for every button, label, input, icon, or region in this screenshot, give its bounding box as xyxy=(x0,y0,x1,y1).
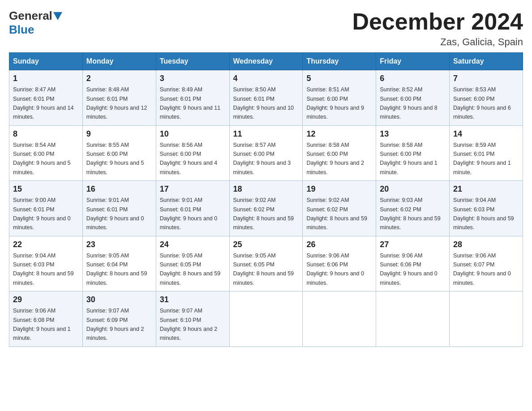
calendar-week-row: 22 Sunrise: 9:04 AMSunset: 6:03 PMDaylig… xyxy=(9,236,523,291)
calendar-cell: 8 Sunrise: 8:54 AMSunset: 6:00 PMDayligh… xyxy=(9,125,83,181)
day-info: Sunrise: 8:57 AMSunset: 6:00 PMDaylight:… xyxy=(233,142,291,176)
calendar-cell: 13 Sunrise: 8:58 AMSunset: 6:00 PMDaylig… xyxy=(376,125,450,181)
calendar-cell: 27 Sunrise: 9:06 AMSunset: 6:06 PMDaylig… xyxy=(376,236,450,291)
day-number: 5 xyxy=(306,74,372,83)
day-number: 16 xyxy=(86,184,152,194)
day-info: Sunrise: 8:55 AMSunset: 6:00 PMDaylight:… xyxy=(86,142,144,176)
day-number: 11 xyxy=(233,129,299,139)
month-title: December 2024 xyxy=(352,9,523,34)
day-info: Sunrise: 9:04 AMSunset: 6:03 PMDaylight:… xyxy=(453,197,514,231)
logo-general-text: General xyxy=(9,9,52,23)
day-number: 12 xyxy=(306,129,372,139)
location: Zas, Galicia, Spain xyxy=(352,36,523,48)
day-info: Sunrise: 8:49 AMSunset: 6:01 PMDaylight:… xyxy=(160,86,221,120)
day-number: 27 xyxy=(380,240,446,249)
day-info: Sunrise: 9:01 AMSunset: 6:01 PMDaylight:… xyxy=(160,197,218,231)
day-number: 22 xyxy=(13,240,79,249)
day-info: Sunrise: 8:59 AMSunset: 6:01 PMDaylight:… xyxy=(453,142,511,176)
day-number: 2 xyxy=(86,74,152,83)
day-info: Sunrise: 9:05 AMSunset: 6:05 PMDaylight:… xyxy=(160,253,221,286)
calendar-week-row: 15 Sunrise: 9:00 AMSunset: 6:01 PMDaylig… xyxy=(9,181,523,236)
calendar-cell: 30 Sunrise: 9:07 AMSunset: 6:09 PMDaylig… xyxy=(82,291,156,347)
day-number: 20 xyxy=(380,184,446,194)
day-info: Sunrise: 9:05 AMSunset: 6:05 PMDaylight:… xyxy=(233,253,294,286)
day-number: 17 xyxy=(160,184,226,194)
day-info: Sunrise: 9:06 AMSunset: 6:06 PMDaylight:… xyxy=(380,253,438,286)
calendar-cell: 9 Sunrise: 8:55 AMSunset: 6:00 PMDayligh… xyxy=(82,125,156,181)
calendar-cell: 10 Sunrise: 8:56 AMSunset: 6:00 PMDaylig… xyxy=(156,125,229,181)
day-info: Sunrise: 9:05 AMSunset: 6:04 PMDaylight:… xyxy=(86,253,147,286)
title-section: December 2024 Zas, Galicia, Spain xyxy=(352,9,523,48)
calendar-week-row: 29 Sunrise: 9:06 AMSunset: 6:08 PMDaylig… xyxy=(9,291,523,347)
header-tuesday: Tuesday xyxy=(156,53,229,70)
calendar-cell: 3 Sunrise: 8:49 AMSunset: 6:01 PMDayligh… xyxy=(156,70,229,126)
day-number: 25 xyxy=(233,240,299,249)
calendar-cell: 14 Sunrise: 8:59 AMSunset: 6:01 PMDaylig… xyxy=(450,125,523,181)
day-number: 30 xyxy=(86,295,152,304)
day-info: Sunrise: 9:02 AMSunset: 6:02 PMDaylight:… xyxy=(306,197,367,231)
calendar-cell xyxy=(303,291,376,347)
calendar-week-row: 1 Sunrise: 8:47 AMSunset: 6:01 PMDayligh… xyxy=(9,70,523,126)
day-number: 1 xyxy=(13,74,79,83)
day-info: Sunrise: 8:58 AMSunset: 6:00 PMDaylight:… xyxy=(306,142,364,176)
calendar-cell: 26 Sunrise: 9:06 AMSunset: 6:06 PMDaylig… xyxy=(303,236,376,291)
calendar-cell xyxy=(376,291,450,347)
calendar-cell: 25 Sunrise: 9:05 AMSunset: 6:05 PMDaylig… xyxy=(229,236,303,291)
calendar-cell: 19 Sunrise: 9:02 AMSunset: 6:02 PMDaylig… xyxy=(303,181,376,236)
calendar-table: Sunday Monday Tuesday Wednesday Thursday… xyxy=(9,52,523,347)
day-info: Sunrise: 8:58 AMSunset: 6:00 PMDaylight:… xyxy=(380,142,438,176)
page-header: General Blue December 2024 Zas, Galicia,… xyxy=(9,9,523,48)
day-info: Sunrise: 8:52 AMSunset: 6:00 PMDaylight:… xyxy=(380,86,438,120)
header-wednesday: Wednesday xyxy=(229,53,303,70)
header-friday: Friday xyxy=(376,53,450,70)
calendar-cell: 11 Sunrise: 8:57 AMSunset: 6:00 PMDaylig… xyxy=(229,125,303,181)
day-number: 6 xyxy=(380,74,446,83)
day-info: Sunrise: 9:07 AMSunset: 6:10 PMDaylight:… xyxy=(160,308,218,341)
day-number: 10 xyxy=(160,129,226,139)
calendar-cell: 18 Sunrise: 9:02 AMSunset: 6:02 PMDaylig… xyxy=(229,181,303,236)
calendar-cell: 24 Sunrise: 9:05 AMSunset: 6:05 PMDaylig… xyxy=(156,236,229,291)
day-info: Sunrise: 8:53 AMSunset: 6:00 PMDaylight:… xyxy=(453,86,511,120)
day-number: 19 xyxy=(306,184,372,194)
calendar-body: 1 Sunrise: 8:47 AMSunset: 6:01 PMDayligh… xyxy=(9,70,523,347)
day-info: Sunrise: 8:56 AMSunset: 6:00 PMDaylight:… xyxy=(160,142,218,176)
header-thursday: Thursday xyxy=(303,53,376,70)
day-number: 26 xyxy=(306,240,372,249)
calendar-cell: 16 Sunrise: 9:01 AMSunset: 6:01 PMDaylig… xyxy=(82,181,156,236)
day-number: 18 xyxy=(233,184,299,194)
day-number: 8 xyxy=(13,129,79,139)
calendar-cell: 7 Sunrise: 8:53 AMSunset: 6:00 PMDayligh… xyxy=(450,70,523,126)
day-number: 9 xyxy=(86,129,152,139)
day-number: 14 xyxy=(453,129,519,139)
day-info: Sunrise: 9:01 AMSunset: 6:01 PMDaylight:… xyxy=(86,197,144,231)
day-info: Sunrise: 8:48 AMSunset: 6:01 PMDaylight:… xyxy=(86,86,147,120)
calendar-cell: 29 Sunrise: 9:06 AMSunset: 6:08 PMDaylig… xyxy=(9,291,83,347)
logo-triangle-icon xyxy=(53,12,62,20)
calendar-cell xyxy=(229,291,303,347)
calendar-cell xyxy=(450,291,523,347)
day-info: Sunrise: 8:47 AMSunset: 6:01 PMDaylight:… xyxy=(13,86,74,120)
day-number: 3 xyxy=(160,74,226,83)
day-number: 29 xyxy=(13,295,79,304)
calendar-cell: 21 Sunrise: 9:04 AMSunset: 6:03 PMDaylig… xyxy=(450,181,523,236)
day-info: Sunrise: 8:51 AMSunset: 6:00 PMDaylight:… xyxy=(306,86,364,120)
day-info: Sunrise: 9:02 AMSunset: 6:02 PMDaylight:… xyxy=(233,197,294,231)
calendar-cell: 15 Sunrise: 9:00 AMSunset: 6:01 PMDaylig… xyxy=(9,181,83,236)
day-info: Sunrise: 9:06 AMSunset: 6:06 PMDaylight:… xyxy=(306,253,364,286)
day-info: Sunrise: 8:50 AMSunset: 6:01 PMDaylight:… xyxy=(233,86,294,120)
day-info: Sunrise: 9:06 AMSunset: 6:07 PMDaylight:… xyxy=(453,253,511,286)
logo: General Blue xyxy=(9,9,63,37)
calendar-cell: 31 Sunrise: 9:07 AMSunset: 6:10 PMDaylig… xyxy=(156,291,229,347)
calendar-cell: 20 Sunrise: 9:03 AMSunset: 6:02 PMDaylig… xyxy=(376,181,450,236)
calendar-header: Sunday Monday Tuesday Wednesday Thursday… xyxy=(9,53,523,70)
day-number: 7 xyxy=(453,74,519,83)
header-monday: Monday xyxy=(82,53,156,70)
calendar-cell: 1 Sunrise: 8:47 AMSunset: 6:01 PMDayligh… xyxy=(9,70,83,126)
calendar-cell: 5 Sunrise: 8:51 AMSunset: 6:00 PMDayligh… xyxy=(303,70,376,126)
day-number: 23 xyxy=(86,240,152,249)
header-saturday: Saturday xyxy=(450,53,523,70)
day-info: Sunrise: 9:06 AMSunset: 6:08 PMDaylight:… xyxy=(13,308,71,341)
day-number: 28 xyxy=(453,240,519,249)
day-number: 21 xyxy=(453,184,519,194)
day-number: 13 xyxy=(380,129,446,139)
